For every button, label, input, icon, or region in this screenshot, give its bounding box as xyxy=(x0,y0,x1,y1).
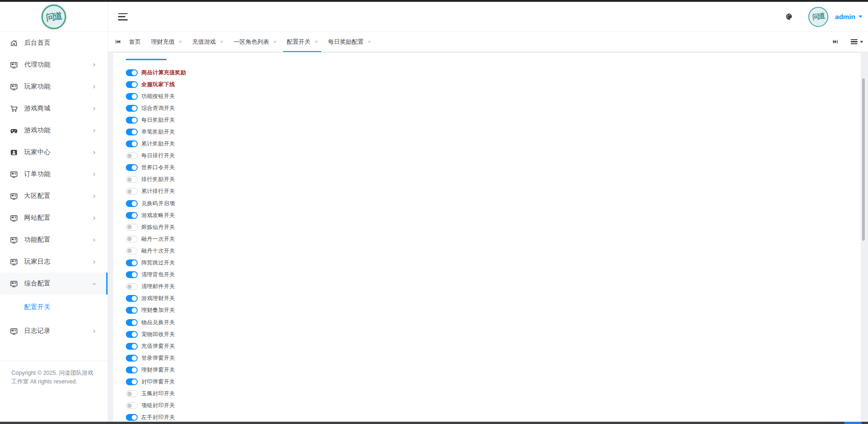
switch-row: 融丹一次开关 xyxy=(126,233,852,245)
caret-down-icon xyxy=(860,41,863,43)
toggle-switch[interactable] xyxy=(126,259,138,266)
sidebar-item-order-functions[interactable]: 订单功能 xyxy=(0,163,108,185)
card-tab-indicator xyxy=(126,59,166,60)
avatar[interactable]: 问道 xyxy=(808,7,828,27)
toggle-switch[interactable] xyxy=(126,105,138,112)
sidebar-item-game-mall[interactable]: 游戏商城 xyxy=(0,98,108,119)
sidebar-item-label: 代理功能 xyxy=(24,61,51,69)
toggle-switch[interactable] xyxy=(126,414,138,421)
toggle-switch[interactable] xyxy=(126,117,138,124)
toggle-switch[interactable] xyxy=(126,367,138,373)
sidebar-item-player-center[interactable]: 玩家中心 xyxy=(0,141,108,163)
sidebar-item-general-config[interactable]: 综合配置 xyxy=(0,273,108,295)
tab-options-dropdown[interactable] xyxy=(851,39,863,44)
tab-close-icon[interactable]: × xyxy=(179,39,182,45)
sidebar-item-region-config[interactable]: 大区配置 xyxy=(0,185,108,207)
tab-label: 配置开关 xyxy=(287,38,310,46)
toggle-switch[interactable] xyxy=(126,129,138,135)
logo-zone: 问道 xyxy=(0,2,108,32)
chevron-right-icon xyxy=(92,172,96,176)
switch-row: 世界口令开关 xyxy=(126,162,852,174)
tab-config-switch[interactable]: 配置开关× xyxy=(282,32,323,52)
toggle-switch[interactable] xyxy=(126,236,138,243)
window-top-strip xyxy=(0,0,868,2)
sidebar-item-player-logs[interactable]: 玩家日志 xyxy=(0,251,108,273)
chevron-right-icon xyxy=(92,238,96,242)
sidebar-item-label: 功能配置 xyxy=(24,236,51,244)
home-icon xyxy=(10,39,18,47)
switch-label: 项链封印开关 xyxy=(141,402,175,409)
toggle-switch[interactable] xyxy=(126,200,138,207)
toggle-switch[interactable] xyxy=(126,152,138,159)
tabs-first-page-icon[interactable] xyxy=(115,39,121,45)
sidebar: 问道 后台首页代理功能玩家功能游戏商城游戏功能玩家中心订单功能大区配置网站配置功… xyxy=(0,2,108,422)
toggle-switch[interactable] xyxy=(126,378,138,385)
tab-daily-reward-config[interactable]: 每日奖励配置× xyxy=(323,32,376,52)
chevron-right-icon xyxy=(92,216,96,220)
switch-row: 登录弹窗开关 xyxy=(126,352,852,364)
toggle-switch[interactable] xyxy=(126,390,138,397)
bottom-strip-notch xyxy=(844,422,862,424)
switch-row: 商品计算充值奖励 xyxy=(126,67,852,78)
switch-list: 商品计算充值奖励全服玩家下线功能按钮开关综合查询开关每日奖励开关单笔奖励开关累计… xyxy=(126,67,852,422)
scrollbar-thumb[interactable] xyxy=(862,78,865,241)
caret-down-icon[interactable] xyxy=(858,15,863,18)
toggle-switch[interactable] xyxy=(126,307,138,314)
toggle-switch[interactable] xyxy=(126,283,138,290)
toggle-switch[interactable] xyxy=(126,69,138,76)
sidebar-item-label: 游戏商城 xyxy=(24,104,51,113)
tab-recharge-game[interactable]: 充值游戏× xyxy=(187,32,229,52)
toggle-switch[interactable] xyxy=(126,355,138,362)
toggle-switch[interactable] xyxy=(126,81,138,88)
tab-tools xyxy=(832,39,864,45)
sidebar-item-player-functions[interactable]: 玩家功能 xyxy=(0,76,108,98)
toggle-switch[interactable] xyxy=(126,248,138,254)
header-right: 问道 admin xyxy=(785,7,863,27)
toggle-switch[interactable] xyxy=(126,331,138,338)
tab-zone1-role-list[interactable]: 一区角色列表× xyxy=(228,32,282,52)
switch-label: 登录弹窗开关 xyxy=(141,354,175,362)
toggle-switch[interactable] xyxy=(126,212,138,219)
tab-home[interactable]: 首页 xyxy=(124,32,146,52)
tab-label: 一区角色列表 xyxy=(233,38,269,46)
tab-close-icon[interactable]: × xyxy=(315,39,318,45)
toggle-switch[interactable] xyxy=(126,176,138,183)
app-logo-text: 问道 xyxy=(45,10,62,23)
toggle-switch[interactable] xyxy=(126,224,138,231)
toggle-switch[interactable] xyxy=(126,402,138,409)
toggle-switch[interactable] xyxy=(126,319,138,326)
panel-icon xyxy=(10,327,18,335)
switch-label: 物品兑换开关 xyxy=(141,319,175,326)
switch-row: 玉佩封印开关 xyxy=(126,388,852,400)
toggle-switch[interactable] xyxy=(126,271,138,278)
toggle-switch[interactable] xyxy=(126,188,138,195)
chevron-right-icon xyxy=(92,129,96,133)
tab-close-icon[interactable]: × xyxy=(220,39,224,45)
sidebar-item-admin-home[interactable]: 后台首页 xyxy=(0,32,108,54)
tab-wealth-recharge[interactable]: 理财充值× xyxy=(146,32,187,52)
sidebar-item-config-switches[interactable]: 配置开关 xyxy=(0,295,108,320)
toggle-switch[interactable] xyxy=(126,140,138,147)
switch-row: 综合查询开关 xyxy=(126,102,852,114)
switch-row: 功能按钮开关 xyxy=(126,90,852,102)
tab-close-icon[interactable]: × xyxy=(367,39,371,45)
switch-label: 每日排行开关 xyxy=(141,152,175,160)
sidebar-item-website-config[interactable]: 网站配置 xyxy=(0,207,108,229)
switch-label: 综合查询开关 xyxy=(141,104,175,112)
username-dropdown[interactable]: admin xyxy=(835,13,855,21)
sidebar-item-agent-functions[interactable]: 代理功能 xyxy=(0,54,108,76)
sidebar-item-log-records[interactable]: 日志记录 xyxy=(0,320,108,342)
toggle-switch[interactable] xyxy=(126,343,138,350)
toggle-switch[interactable] xyxy=(126,164,138,171)
sidebar-item-game-functions[interactable]: 游戏功能 xyxy=(0,119,108,141)
tab-close-icon[interactable]: × xyxy=(273,39,277,45)
toggle-switch[interactable] xyxy=(126,93,138,100)
menu-fold-icon[interactable] xyxy=(118,13,128,21)
switch-label: 左手封印开关 xyxy=(141,414,175,421)
theme-palette-icon[interactable] xyxy=(785,13,793,21)
toggle-switch[interactable] xyxy=(126,295,138,302)
panel-icon xyxy=(10,83,18,91)
switch-label: 全服玩家下线 xyxy=(141,81,175,88)
tabs-last-page-icon[interactable] xyxy=(832,39,838,45)
sidebar-item-feature-config[interactable]: 功能配置 xyxy=(0,229,108,251)
